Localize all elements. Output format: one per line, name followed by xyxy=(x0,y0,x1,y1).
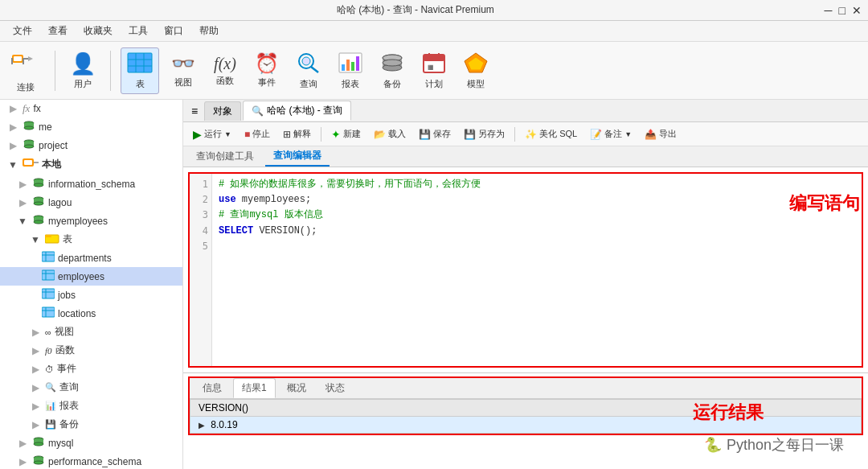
sidebar-item-tables-folder[interactable]: ▼ 表 xyxy=(0,230,182,249)
tab-query[interactable]: 🔍 哈哈 (本地) - 查询 xyxy=(243,101,351,121)
stop-icon: ■ xyxy=(244,129,250,140)
save-icon: 💾 xyxy=(419,129,431,140)
arrow-icon-e: ▶ xyxy=(29,363,42,376)
toolbar-user-btn[interactable]: 👤 用户 xyxy=(65,48,100,93)
title-bar: 哈哈 (本地) - 查询 - Navicat Premium ─ □ ✕ xyxy=(0,0,868,21)
db-icon-lagou xyxy=(32,195,45,209)
sidebar-item-funcs[interactable]: ▶ f0 函数 xyxy=(0,341,182,360)
maximize-btn[interactable]: □ xyxy=(839,4,845,17)
arrow-down2: ▼ xyxy=(16,215,29,228)
save-as-btn[interactable]: 💾 另存为 xyxy=(459,126,510,142)
query-tab-label: 哈哈 (本地) - 查询 xyxy=(267,104,342,117)
note-icon: 📝 xyxy=(590,129,602,140)
svg-rect-54 xyxy=(42,270,55,280)
sidebar-item-info-schema[interactable]: ▶ information_schema xyxy=(0,175,182,193)
tab-query-editor[interactable]: 查询编辑器 xyxy=(265,146,330,167)
svg-point-65 xyxy=(34,442,43,446)
load-btn[interactable]: 📂 载入 xyxy=(369,126,411,142)
sidebar-label-tables: 表 xyxy=(63,232,72,246)
sidebar-item-mysql[interactable]: ▶ mysql xyxy=(0,434,182,452)
db-icon-perf xyxy=(32,455,45,468)
sidebar-item-local[interactable]: ▼ 本地 xyxy=(0,154,182,175)
sidebar-item-myemployees[interactable]: ▼ myemployees xyxy=(0,212,182,230)
menu-help[interactable]: 帮助 xyxy=(193,23,225,39)
sidebar-item-backups[interactable]: ▶ 💾 备份 xyxy=(0,415,182,434)
menu-view[interactable]: 查看 xyxy=(42,23,74,39)
code-editor[interactable]: 1 2 3 4 5 # 如果你的数据库很多，需要切换时，用下面语句，会很方便 u… xyxy=(188,172,863,368)
action-toolbar: ▶ 运行 ▼ ■ 停止 ⊞ 解释 ✦ 新建 📂 xyxy=(183,122,868,146)
sidebar-item-departments[interactable]: departments xyxy=(0,249,182,267)
close-btn[interactable]: ✕ xyxy=(852,4,862,17)
sidebar-item-fx[interactable]: ▶ fx fx xyxy=(0,100,182,117)
line-numbers: 1 2 3 4 5 xyxy=(190,174,212,366)
connect-icon xyxy=(11,48,40,80)
export-btn[interactable]: 📤 导出 xyxy=(640,126,682,142)
hamburger-icon[interactable]: ≡ xyxy=(186,103,203,119)
svg-rect-25 xyxy=(424,55,444,61)
sidebar-item-lagou[interactable]: ▶ lagou xyxy=(0,193,182,212)
toolbar-view-btn[interactable]: 👓 视图 xyxy=(166,49,201,92)
tab-object[interactable]: 对象 xyxy=(204,101,241,121)
code-line-2: use myemployees; xyxy=(219,192,855,208)
result-tab-overview[interactable]: 概况 xyxy=(279,379,314,397)
sidebar-label-reports: 报表 xyxy=(59,399,79,413)
menu-file[interactable]: 文件 xyxy=(6,23,39,39)
toolbar-func-btn[interactable]: f(x) 函数 xyxy=(207,51,243,90)
sidebar-item-me[interactable]: ▶ me xyxy=(0,117,182,136)
watermark-text: Python之每日一课 xyxy=(727,435,844,455)
func-icon: f(x) xyxy=(214,55,236,73)
note-arrow: ▼ xyxy=(624,130,632,138)
sidebar-item-reports[interactable]: ▶ 📊 报表 xyxy=(0,397,182,415)
menu-window[interactable]: 窗口 xyxy=(158,23,190,39)
db-icon-myemp xyxy=(32,214,45,228)
sidebar-item-jobs[interactable]: jobs xyxy=(0,286,182,304)
sidebar-item-employees[interactable]: employees xyxy=(0,267,182,286)
toolbar-query-label: 查询 xyxy=(300,78,317,90)
schedule-icon: ▦ xyxy=(421,51,447,76)
toolbar-backup-btn[interactable]: 备份 xyxy=(375,48,410,93)
svg-rect-1 xyxy=(14,56,22,61)
annotation-code: 编写语句 xyxy=(789,191,860,216)
toolbar-model-btn[interactable]: 模型 xyxy=(458,48,493,93)
svg-rect-15 xyxy=(342,64,345,71)
sidebar-label-employees: employees xyxy=(58,271,104,282)
toolbar-event-btn[interactable]: ⏰ 事件 xyxy=(249,49,285,92)
result-tab-result1[interactable]: 结果1 xyxy=(233,378,276,398)
query-folder-icon: 🔍 xyxy=(45,382,56,393)
run-btn[interactable]: ▶ 运行 ▼ xyxy=(188,126,236,142)
tab-query-builder[interactable]: 查询创建工具 xyxy=(188,147,262,166)
result-tab-info[interactable]: 信息 xyxy=(194,379,230,397)
sidebar-item-queries[interactable]: ▶ 🔍 查询 xyxy=(0,378,182,397)
beautify-label: 美化 SQL xyxy=(539,128,577,140)
svg-rect-50 xyxy=(45,235,51,237)
new-btn[interactable]: ✦ 新建 xyxy=(326,126,366,142)
toolbar-report-label: 报表 xyxy=(342,78,359,90)
sidebar-item-project[interactable]: ▶ project xyxy=(0,136,182,154)
explain-btn[interactable]: ⊞ 解释 xyxy=(278,126,316,142)
sidebar-item-events[interactable]: ▶ ⏱ 事件 xyxy=(0,360,182,378)
arrow-icon: ▶ xyxy=(6,102,19,115)
sidebar-item-perf[interactable]: ▶ performance_schema xyxy=(0,452,182,469)
toolbar-query-btn[interactable]: 查询 xyxy=(291,48,326,93)
arrow-down-icon: ▼ xyxy=(6,158,19,171)
menu-tools[interactable]: 工具 xyxy=(122,23,154,39)
beautify-btn[interactable]: ✨ 美化 SQL xyxy=(520,126,582,142)
toolbar-schedule-btn[interactable]: ▦ 计划 xyxy=(416,48,452,93)
arrow-icon-r: ▶ xyxy=(29,400,42,413)
sidebar-label-project: project xyxy=(39,140,68,151)
result-tab-status[interactable]: 状态 xyxy=(317,379,353,397)
toolbar-report-btn[interactable]: 报表 xyxy=(333,48,368,93)
save-label: 保存 xyxy=(433,128,451,140)
toolbar-table-btn[interactable]: 表 xyxy=(121,47,159,94)
toolbar-connect-btn[interactable]: 连接 xyxy=(6,45,45,97)
sidebar-label-jobs: jobs xyxy=(58,290,76,301)
note-btn[interactable]: 📝 备注 ▼ xyxy=(585,126,637,142)
sidebar: ▶ fx fx ▶ me ▶ project ▼ xyxy=(0,100,183,469)
menu-favorites[interactable]: 收藏夹 xyxy=(77,23,119,39)
stop-btn[interactable]: ■ 停止 xyxy=(240,126,275,142)
sidebar-item-views[interactable]: ▶ ∞ 视图 xyxy=(0,323,182,341)
save-btn[interactable]: 💾 保存 xyxy=(414,126,456,142)
sidebar-item-locations[interactable]: locations xyxy=(0,304,182,323)
minimize-btn[interactable]: ─ xyxy=(825,4,833,17)
code-content[interactable]: # 如果你的数据库很多，需要切换时，用下面语句，会很方便 use myemplo… xyxy=(212,174,862,366)
